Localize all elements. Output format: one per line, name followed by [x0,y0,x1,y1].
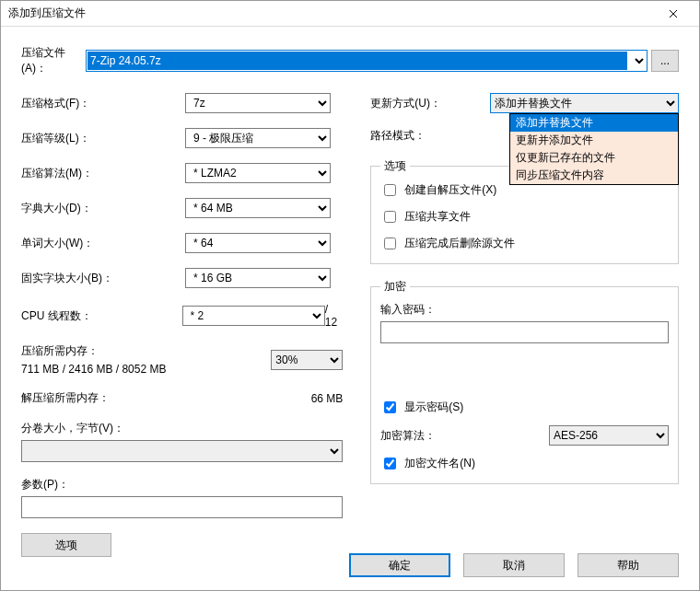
method-select[interactable]: * LZMA2 [185,163,331,183]
method-label: 压缩算法(M)： [21,166,185,181]
encryption-legend: 加密 [380,279,410,295]
params-label: 参数(P)： [21,477,343,492]
update-label: 更新方式(U)： [370,96,490,111]
mem-pct-select[interactable]: 30% [271,350,343,370]
update-option[interactable]: 仅更新已存在的文件 [510,149,678,167]
mem-comp-label: 压缩所需内存： [21,343,271,359]
update-option[interactable]: 同步压缩文件内容 [510,167,678,184]
mem-comp-detail: 711 MB / 2416 MB / 8052 MB [21,363,271,376]
solid-select[interactable]: * 16 GB [185,268,331,288]
params-input[interactable] [21,496,343,518]
threads-total: / 12 [325,303,344,329]
solid-label: 固实字块大小(B)： [21,271,185,286]
window-title: 添加到压缩文件 [8,6,655,21]
threads-select[interactable]: * 2 [182,306,325,326]
archive-label: 压缩文件(A)： [21,45,82,76]
encalg-select[interactable]: AES-256 [549,425,669,446]
help-button[interactable]: 帮助 [578,553,679,577]
word-select[interactable]: * 64 [185,233,331,253]
delete-checkbox[interactable]: 压缩完成后删除源文件 [380,235,669,252]
encryption-fieldset: 加密 输入密码： 显示密码(S) 加密算法： AES-256 加密文件名(N) [370,279,679,484]
encalg-label: 加密算法： [380,428,549,444]
word-label: 单词大小(W)： [21,236,185,251]
showpw-checkbox[interactable]: 显示密码(S) [380,399,669,416]
close-button[interactable] [655,1,692,27]
update-option[interactable]: 更新并添加文件 [510,132,678,149]
password-input[interactable] [380,321,669,343]
split-label: 分卷大小，字节(V)： [21,421,343,436]
password-label: 输入密码： [380,302,669,318]
cancel-button[interactable]: 取消 [463,553,565,577]
level-label: 压缩等级(L)： [21,131,185,146]
shared-checkbox[interactable]: 压缩共享文件 [380,208,669,226]
browse-button[interactable]: ... [651,50,679,72]
archive-input[interactable] [86,50,648,72]
update-select[interactable]: 添加并替换文件 [490,93,679,113]
dict-select[interactable]: * 64 MB [185,198,331,218]
mem-decomp-value: 66 MB [311,392,344,405]
mem-decomp-label: 解压缩所需内存： [21,390,185,406]
encnames-checkbox[interactable]: 加密文件名(N) [380,455,669,472]
options-legend: 选项 [380,158,410,174]
options-button[interactable]: 选项 [21,533,111,557]
split-select[interactable] [21,440,343,462]
update-option[interactable]: 添加并替换文件 [510,114,678,132]
format-select[interactable]: 7z [185,93,331,113]
level-select[interactable]: 9 - 极限压缩 [185,128,331,148]
dict-label: 字典大小(D)： [21,201,185,216]
update-dropdown[interactable]: 添加并替换文件 更新并添加文件 仅更新已存在的文件 同步压缩文件内容 [509,113,679,185]
ok-button[interactable]: 确定 [349,553,450,577]
threads-label: CPU 线程数： [21,308,182,324]
format-label: 压缩格式(F)： [21,96,185,111]
